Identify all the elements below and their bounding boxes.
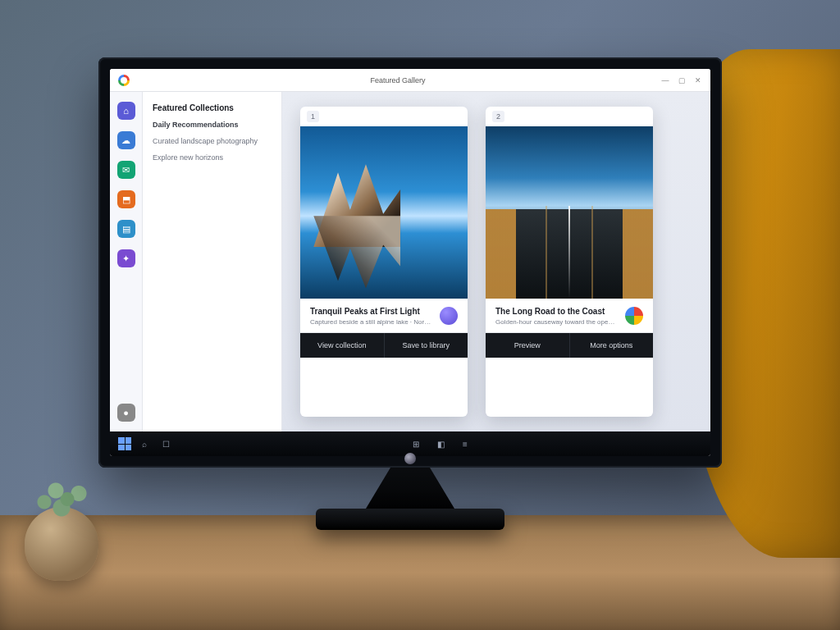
side-panel-line: Explore new horizons: [153, 153, 272, 162]
window-maximize-button[interactable]: ▢: [678, 76, 686, 84]
card-primary-action[interactable]: View collection: [300, 333, 384, 358]
author-avatar-icon[interactable]: [440, 307, 458, 325]
window-titlebar: Featured Gallery — ▢ ✕: [110, 69, 710, 92]
author-avatar-icon[interactable]: [625, 307, 643, 325]
taskbar-taskview-icon[interactable]: ☐: [158, 436, 174, 452]
rail-messages-icon[interactable]: ✉: [117, 161, 135, 179]
card-title: The Long Road to the Coast: [495, 307, 617, 316]
window-minimize-button[interactable]: —: [661, 76, 669, 84]
potted-plant: [25, 507, 98, 581]
monitor-base: [316, 509, 504, 530]
side-panel-line: Curated landscape photography: [153, 137, 272, 145]
card-action-bar: View collection Save to library: [300, 332, 468, 358]
window-controls: — ▢ ✕: [661, 76, 702, 84]
side-panel: Featured Collections Daily Recommendatio…: [143, 92, 282, 431]
desk-surface: [0, 515, 840, 630]
card-header: 2: [486, 107, 653, 126]
nav-rail: ⌂ ☁ ✉ ⬒ ▤ ✦ ●: [110, 92, 143, 431]
window-close-button[interactable]: ✕: [694, 76, 702, 84]
side-panel-subheading: Daily Recommendations: [153, 121, 272, 129]
rail-home-icon[interactable]: ⌂: [117, 102, 135, 120]
card-meta: The Long Road to the Coast Golden-hour c…: [486, 299, 653, 332]
screen: Featured Gallery — ▢ ✕ ⌂ ☁ ✉ ⬒ ▤ ✦ ● Fea…: [110, 69, 710, 456]
card-tag-icon: 2: [492, 111, 504, 122]
app-logo-icon: [118, 75, 130, 86]
taskbar-pinned-icon[interactable]: ◧: [432, 436, 449, 452]
rail-files-icon[interactable]: ▤: [117, 220, 135, 238]
content-card[interactable]: 2 The Long Road to the Coast Golden-hour…: [486, 107, 653, 417]
canvas-right-gutter: [671, 107, 692, 417]
taskbar-search-icon[interactable]: ⌕: [136, 436, 153, 452]
card-tag-icon: 1: [307, 111, 319, 122]
card-action-bar: Preview More options: [486, 332, 653, 358]
card-secondary-action[interactable]: Save to library: [384, 333, 468, 358]
content-card[interactable]: 1 Tranquil Peaks at First Light Captured…: [300, 107, 468, 417]
monitor-bezel: Featured Gallery — ▢ ✕ ⌂ ☁ ✉ ⬒ ▤ ✦ ● Fea…: [98, 57, 722, 468]
rail-voice-icon[interactable]: ●: [117, 404, 135, 422]
card-meta: Tranquil Peaks at First Light Captured b…: [300, 299, 468, 332]
workspace: ⌂ ☁ ✉ ⬒ ▤ ✦ ● Featured Collections Daily…: [110, 92, 710, 431]
rail-store-icon[interactable]: ⬒: [117, 190, 135, 208]
card-thumbnail-road[interactable]: [486, 126, 653, 299]
rail-cloud-icon[interactable]: ☁: [117, 131, 135, 149]
taskbar-pinned-icon[interactable]: ⊞: [408, 436, 424, 452]
card-subtitle: Captured beside a still alpine lake · No…: [310, 318, 431, 326]
titlebar-center-text: Featured Gallery: [370, 76, 425, 84]
taskbar-center-group: ⊞ ◧ ≡: [179, 436, 702, 452]
card-subtitle: Golden-hour causeway toward the open sea: [495, 318, 617, 326]
main-canvas: 1 Tranquil Peaks at First Light Captured…: [282, 92, 710, 431]
card-thumbnail-mountain[interactable]: [300, 126, 468, 299]
side-panel-heading: Featured Collections: [153, 103, 272, 112]
card-secondary-action[interactable]: More options: [569, 333, 654, 358]
rail-apps-icon[interactable]: ✦: [117, 249, 135, 267]
card-primary-action[interactable]: Preview: [486, 333, 569, 358]
taskbar-pinned-icon[interactable]: ≡: [457, 436, 473, 452]
card-title: Tranquil Peaks at First Light: [310, 307, 431, 316]
start-button-icon[interactable]: [118, 437, 131, 450]
monitor-brand-badge: [404, 453, 416, 464]
card-header: 1: [300, 107, 468, 126]
